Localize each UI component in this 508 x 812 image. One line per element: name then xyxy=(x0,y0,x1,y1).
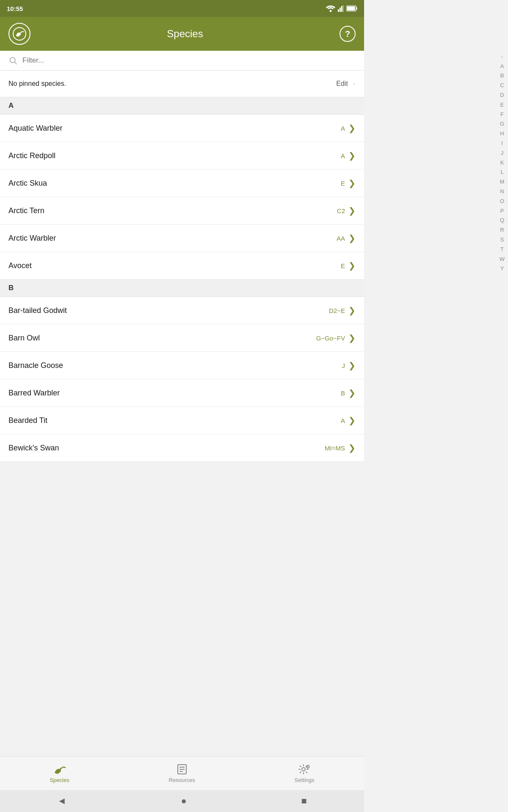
species-name: Bar-tailed Godwit xyxy=(8,306,67,315)
species-code-area: J ❯ xyxy=(342,360,356,370)
status-time: 10:55 xyxy=(7,5,23,12)
species-code: A xyxy=(341,152,345,159)
list-item[interactable]: Barnacle Goose J ❯ xyxy=(0,352,364,379)
svg-point-16 xyxy=(302,768,305,771)
list-item[interactable]: Bar-tailed Godwit D2~E ❯ xyxy=(0,297,364,324)
arrow-icon: ❯ xyxy=(348,415,356,425)
nav-species-label: Species xyxy=(50,777,69,783)
pinned-row: No pinned species. Edit · xyxy=(0,71,364,97)
svg-rect-2 xyxy=(340,8,341,12)
status-bar: 10:55 xyxy=(0,0,364,17)
list-item[interactable]: Barn Owl G~Go~FV ❯ xyxy=(0,324,364,352)
page-title: Species xyxy=(167,28,203,40)
svg-point-11 xyxy=(60,768,61,769)
species-name: Aquatic Warbler xyxy=(8,124,62,133)
species-code-area: D2~E ❯ xyxy=(329,305,356,315)
arrow-icon: ❯ xyxy=(348,206,356,216)
arrow-icon: ❯ xyxy=(348,305,356,315)
species-name: Bearded Tit xyxy=(8,416,47,425)
app-logo xyxy=(8,23,30,45)
species-code: AA xyxy=(337,235,345,242)
species-name: Arctic Skua xyxy=(8,179,47,188)
list-item[interactable]: Bearded Tit A ❯ xyxy=(0,407,364,434)
home-button[interactable]: ● xyxy=(181,796,187,807)
species-code: J xyxy=(342,362,345,369)
system-nav: ◄ ● ■ xyxy=(0,790,364,812)
recent-button[interactable]: ■ xyxy=(301,796,306,807)
battery-icon xyxy=(346,5,357,11)
arrow-icon: ❯ xyxy=(348,151,356,161)
logo-icon xyxy=(13,27,26,41)
species-code-area: MI=MS ❯ xyxy=(325,443,356,453)
bottom-nav: Species Resources Settings xyxy=(0,756,364,790)
help-button[interactable]: ? xyxy=(340,26,356,42)
nav-resources[interactable]: Resources xyxy=(169,763,195,783)
species-name: Arctic Tern xyxy=(8,206,44,215)
list-item[interactable]: Barred Warbler B ❯ xyxy=(0,379,364,407)
arrow-icon: ❯ xyxy=(348,261,356,271)
svg-rect-3 xyxy=(341,6,342,12)
signal-icon xyxy=(338,5,344,12)
main-content: No pinned species. Edit · A Aquatic Warb… xyxy=(0,71,364,518)
list-item[interactable]: Avocet E ❯ xyxy=(0,252,364,280)
species-code: B xyxy=(341,390,345,397)
section-header-a: A xyxy=(0,97,364,115)
app-header: Species ? xyxy=(0,17,364,51)
arrow-icon: ❯ xyxy=(348,178,356,188)
svg-rect-4 xyxy=(343,5,344,12)
edit-button[interactable]: Edit xyxy=(336,80,348,88)
species-name: Barnacle Goose xyxy=(8,361,63,370)
species-name: Bewick's Swan xyxy=(8,444,59,453)
species-code-area: AA ❯ xyxy=(337,233,356,243)
species-code: E xyxy=(341,262,345,269)
species-code: C2 xyxy=(337,207,345,214)
filter-bar xyxy=(0,51,364,71)
filter-input[interactable] xyxy=(22,56,356,65)
species-code: D2~E xyxy=(329,307,345,314)
more-dot[interactable]: · xyxy=(353,78,356,89)
wifi-icon xyxy=(326,5,335,12)
list-item[interactable]: Arctic Tern C2 ❯ xyxy=(0,197,364,225)
list-item[interactable]: Arctic Warbler AA ❯ xyxy=(0,225,364,252)
species-name: Arctic Warbler xyxy=(8,234,56,243)
arrow-icon: ❯ xyxy=(348,333,356,343)
species-code: A xyxy=(341,417,345,424)
nav-settings[interactable]: Settings xyxy=(295,763,315,783)
settings-icon xyxy=(298,763,311,775)
species-name: Avocet xyxy=(8,261,32,270)
svg-point-9 xyxy=(10,58,15,63)
species-code: G~Go~FV xyxy=(316,335,345,342)
species-name: Barn Owl xyxy=(8,334,40,343)
list-item[interactable]: Aquatic Warbler A ❯ xyxy=(0,115,364,142)
arrow-icon: ❯ xyxy=(348,123,356,133)
list-item[interactable]: Bewick's Swan MI=MS ❯ xyxy=(0,434,364,462)
species-code: E xyxy=(341,180,345,187)
nav-species[interactable]: Species xyxy=(50,763,69,783)
species-code: MI=MS xyxy=(325,444,345,452)
pinned-text: No pinned species. xyxy=(8,80,66,88)
species-code-area: A ❯ xyxy=(341,151,356,161)
species-code-area: A ❯ xyxy=(341,415,356,425)
svg-point-0 xyxy=(330,10,332,12)
arrow-icon: ❯ xyxy=(348,360,356,370)
arrow-icon: ❯ xyxy=(348,443,356,453)
species-code-area: A ❯ xyxy=(341,123,356,133)
species-code-area: E ❯ xyxy=(341,261,356,271)
svg-rect-6 xyxy=(347,7,355,11)
list-item[interactable]: Arctic Skua E ❯ xyxy=(0,170,364,197)
list-item[interactable]: Arctic Redpoll A ❯ xyxy=(0,142,364,170)
species-code: A xyxy=(341,125,345,132)
arrow-icon: ❯ xyxy=(348,388,356,398)
species-code-area: E ❯ xyxy=(341,178,356,188)
svg-rect-7 xyxy=(356,7,357,10)
bird-icon xyxy=(52,763,67,775)
search-icon xyxy=(8,56,17,65)
nav-resources-label: Resources xyxy=(169,777,195,783)
back-button[interactable]: ◄ xyxy=(57,796,66,807)
species-code-area: B ❯ xyxy=(341,388,356,398)
section-header-b: B xyxy=(0,280,364,297)
nav-settings-label: Settings xyxy=(295,777,315,783)
species-name: Barred Warbler xyxy=(8,389,60,398)
species-code-area: G~Go~FV ❯ xyxy=(316,333,356,343)
status-icons xyxy=(326,5,357,12)
